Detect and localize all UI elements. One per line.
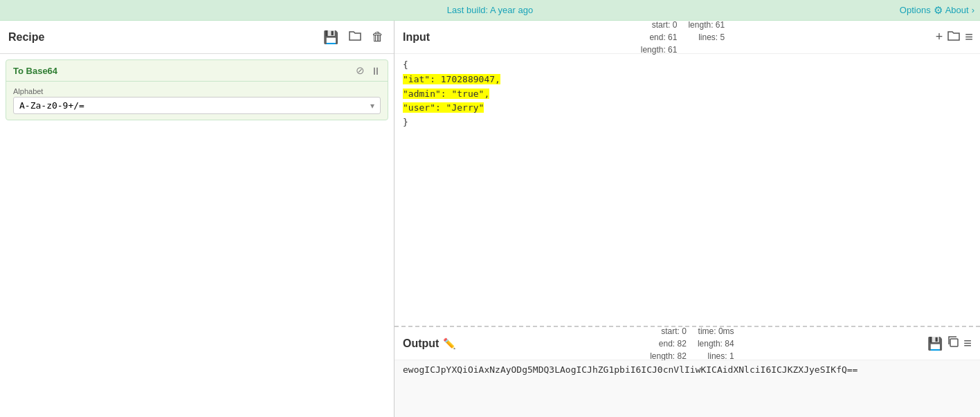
input-line-3: "admin": "true",: [403, 87, 972, 102]
output-stats-left: start: 0 end: 82 length: 82: [650, 325, 687, 362]
recipe-body: To Base64 ⊘ ⏸ Alphabet ▾: [0, 54, 394, 417]
recipe-toolbar: 💾 🗑: [322, 28, 385, 46]
operation-title: To Base64: [13, 66, 57, 76]
output-more-button[interactable]: ≡: [963, 335, 972, 351]
input-add-button[interactable]: +: [936, 30, 943, 44]
output-stats-right: time: 0ms length: 84 lines: 1: [698, 325, 734, 362]
input-header: Input start: 0 end: 61 length: 61 length…: [394, 21, 980, 54]
topbar: Last build: A year ago Options ⚙ About ›: [0, 0, 980, 21]
operation-pause-icon[interactable]: ⏸: [370, 65, 381, 77]
output-copy-button[interactable]: [947, 335, 959, 351]
recipe-save-button[interactable]: 💾: [322, 28, 340, 46]
input-line-5: }: [403, 115, 972, 130]
input-open-button[interactable]: [947, 29, 961, 45]
recipe-panel: Recipe 💾 🗑 To Base64 ⊘ ⏸: [0, 21, 394, 417]
operation-controls: ⊘ ⏸: [356, 64, 381, 77]
output-start: start: 0: [650, 325, 687, 337]
io-panel: Input start: 0 end: 61 length: 61 length…: [394, 21, 980, 417]
input-line-1: {: [403, 58, 972, 73]
input-end: end: 61: [641, 31, 678, 44]
output-content: ewogICJpYXQiOiAxNzAyODg5MDQ3LAogICJhZG1p…: [403, 364, 858, 375]
input-section: Input start: 0 end: 61 length: 61 length…: [394, 21, 980, 327]
output-save-button[interactable]: 💾: [927, 336, 943, 351]
output-toolbar: 💾 ≡: [927, 335, 972, 351]
options-button[interactable]: Options: [900, 5, 931, 15]
operation-card-header: To Base64 ⊘ ⏸: [6, 60, 388, 82]
input-stats-left: start: 0 end: 61 length: 61: [641, 21, 678, 56]
magic-wand-icon[interactable]: ✏️: [443, 337, 456, 350]
output-body[interactable]: ewogICJpYXQiOiAxNzAyODg5MDQ3LAogICJhZG1p…: [394, 360, 980, 417]
alphabet-input-wrapper[interactable]: ▾: [13, 97, 381, 114]
input-length-right: length: 61: [688, 21, 725, 31]
operation-card-to-base64: To Base64 ⊘ ⏸ Alphabet ▾: [6, 59, 388, 120]
output-title-group: Output ✏️: [403, 337, 456, 350]
alphabet-label: Alphabet: [13, 87, 381, 95]
about-arrow-icon: ›: [972, 5, 974, 15]
output-length-right: length: 84: [698, 337, 734, 350]
gear-icon[interactable]: ⚙: [934, 4, 943, 17]
recipe-open-button[interactable]: [347, 28, 363, 46]
input-lines: lines: 5: [688, 31, 725, 44]
output-section: Output ✏️ start: 0 end: 82 length: 82 ti…: [394, 327, 980, 417]
recipe-header: Recipe 💾 🗑: [0, 21, 394, 54]
operation-disable-icon[interactable]: ⊘: [356, 64, 365, 77]
input-title: Input: [403, 31, 430, 44]
alphabet-field: Alphabet ▾: [13, 87, 381, 114]
input-body[interactable]: { "iat": 1702889047, "admin": "true", "u…: [394, 54, 980, 326]
output-stats: start: 0 end: 82 length: 82 time: 0ms le…: [650, 325, 734, 362]
svg-rect-0: [950, 339, 958, 346]
input-start: start: 0: [641, 21, 678, 31]
input-line-4: "user": "Jerry": [403, 101, 972, 115]
input-line-2: "iat": 1702889047,: [403, 73, 972, 87]
chevron-down-icon[interactable]: ▾: [370, 101, 374, 111]
input-more-button[interactable]: ≡: [965, 29, 972, 45]
input-toolbar: + ≡: [936, 29, 972, 45]
output-title: Output: [403, 337, 439, 350]
main-layout: Recipe 💾 🗑 To Base64 ⊘ ⏸: [0, 21, 980, 417]
last-build-label[interactable]: Last build: A year ago: [447, 5, 533, 15]
input-stats-right: length: 61 lines: 5: [688, 21, 725, 44]
about-button[interactable]: About: [945, 5, 969, 15]
recipe-delete-button[interactable]: 🗑: [370, 28, 385, 46]
output-end: end: 82: [650, 337, 687, 350]
input-stats: start: 0 end: 61 length: 61 length: 61 l…: [641, 21, 725, 56]
output-time: time: 0ms: [698, 325, 734, 337]
output-header: Output ✏️ start: 0 end: 82 length: 82 ti…: [394, 327, 980, 360]
operation-card-body: Alphabet ▾: [6, 82, 388, 120]
recipe-title: Recipe: [8, 31, 44, 44]
alphabet-input[interactable]: [19, 100, 370, 111]
